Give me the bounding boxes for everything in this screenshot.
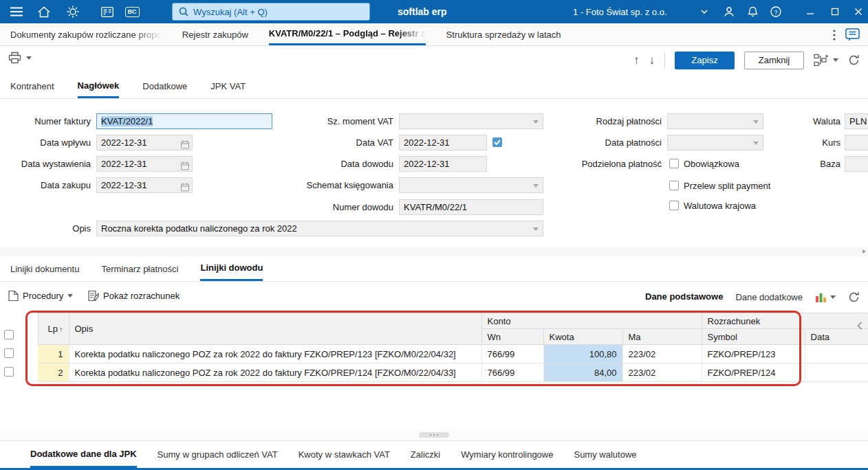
cell-lp[interactable]: 1 <box>38 345 69 363</box>
bc-icon[interactable]: BC <box>122 0 142 23</box>
data-vat-checkbox[interactable] <box>492 137 502 147</box>
column-header-opis[interactable]: Opis <box>69 313 481 345</box>
user-icon[interactable] <box>719 0 739 23</box>
row-checkbox[interactable] <box>4 348 14 358</box>
data-zakupu-field[interactable]: 2022-12-31 <box>96 177 193 193</box>
workflow-settings-button[interactable] <box>814 54 838 67</box>
rodzaj-platnosci-field[interactable] <box>667 113 763 129</box>
tab-kontrahent[interactable]: Kontrahent <box>10 74 54 98</box>
cell-ma[interactable]: 223/02 <box>622 345 702 363</box>
chart-view-button[interactable] <box>815 292 836 302</box>
tab-dane-dodatkowe[interactable]: Dane dodatkowe <box>735 282 803 313</box>
cell-data[interactable] <box>805 345 868 363</box>
cell-wn[interactable]: 766/99 <box>481 345 543 363</box>
column-header-konto[interactable]: Konto <box>481 313 702 329</box>
sz-moment-vat-field[interactable] <box>399 113 543 129</box>
settings-icon[interactable] <box>63 0 83 23</box>
cell-opis[interactable]: Korekta podatku naliczonego POZ za rok 2… <box>69 345 481 363</box>
cell-kwota[interactable]: 84,00 <box>543 363 622 382</box>
row-checkbox[interactable] <box>4 367 14 377</box>
calendar-icon[interactable] <box>181 181 189 193</box>
pokaz-rozrachunek-button[interactable]: Pokaż rozrachunek <box>88 290 180 302</box>
data-platnosci-field[interactable] <box>667 135 763 150</box>
comments-panel-icon[interactable] <box>845 28 860 41</box>
close-document-button[interactable]: Zamknij <box>744 52 804 69</box>
hamburger-menu-icon[interactable] <box>7 0 26 23</box>
documents-icon[interactable] <box>98 0 117 23</box>
tab-dokumenty-zakupow[interactable]: Dokumenty zakupów rozliczane propo <box>10 23 162 45</box>
close-button[interactable] <box>849 0 868 23</box>
company-selector[interactable]: 1 - Foto Świat sp. z o.o. <box>573 0 708 23</box>
cell-wn[interactable]: 766/99 <box>481 363 543 382</box>
tab-terminarz-platnosci[interactable]: Terminarz płatności <box>101 256 178 281</box>
maximize-button[interactable] <box>825 0 845 23</box>
column-header-symbol[interactable]: Symbol <box>702 329 805 345</box>
baza-field[interactable] <box>845 156 868 172</box>
cell-kwota[interactable]: 100,80 <box>543 345 622 363</box>
cell-opis[interactable]: Korekta podatku naliczonego POZ za rok 2… <box>69 363 481 382</box>
refresh-icon[interactable] <box>848 291 860 303</box>
scroll-right-icon[interactable] <box>862 249 866 254</box>
column-header-lp[interactable]: Lp↑ <box>38 313 69 345</box>
print-button[interactable] <box>8 52 32 64</box>
tab-kvatr-podglad[interactable]: KVATR/M0/22/1 – Podgląd – Rejestr z <box>269 23 426 45</box>
column-header-ma[interactable]: Ma <box>622 329 702 345</box>
home-icon[interactable] <box>34 0 54 23</box>
navigate-down-icon[interactable]: ↓ <box>649 54 655 66</box>
data-wystawienia-field[interactable]: 2022-12-31 <box>96 156 193 172</box>
tab-dodatkowe[interactable]: Dodatkowe <box>142 74 187 98</box>
table-row[interactable]: 1 Korekta podatku naliczonego POZ za rok… <box>0 345 868 363</box>
tab-rejestr-zakupow[interactable]: Rejestr zakupów <box>182 23 248 45</box>
tab-wymiary-kontrolingowe[interactable]: Wymiary kontrolingowe <box>461 441 553 468</box>
cell-ma[interactable]: 223/02 <box>622 363 702 382</box>
calendar-icon[interactable] <box>181 160 189 172</box>
collapse-panel-icon[interactable] <box>857 322 862 332</box>
tab-dodatkowe-dane-jpk[interactable]: Dodatkowe dane dla JPK <box>30 441 137 468</box>
data-dowodu-field[interactable]: 2022-12-31 <box>399 156 487 172</box>
save-button[interactable]: Zapisz <box>675 52 735 69</box>
tab-dane-podstawowe[interactable]: Dane podstawowe <box>645 282 723 313</box>
tab-naglowek[interactable]: Nagłówek <box>78 74 120 98</box>
opis-field[interactable]: Roczna korekta podatku naliczonego za ro… <box>96 221 543 236</box>
cell-symbol[interactable]: FZKO/PREP/123 <box>702 345 805 363</box>
column-header-kwota[interactable]: Kwota <box>543 329 622 345</box>
tab-label: Dodatkowe dane dla JPK <box>30 449 137 459</box>
help-icon[interactable]: ? <box>766 0 785 23</box>
kurs-field[interactable] <box>845 135 868 150</box>
tab-struktura-sprzedazy[interactable]: Struktura sprzedaży w latach <box>446 23 561 45</box>
waluta-field[interactable]: PLN <box>845 113 868 129</box>
walutowa-krajowa-checkbox[interactable] <box>669 201 679 210</box>
form-horizontal-scrollbar[interactable] <box>0 247 868 256</box>
tab-sumy-walutowe[interactable]: Sumy walutowe <box>574 441 636 468</box>
numer-faktury-field[interactable]: KVAT/2022/1 <box>96 113 272 129</box>
select-all-checkbox[interactable] <box>4 330 14 339</box>
cell-lp[interactable]: 2 <box>38 363 69 382</box>
notifications-icon[interactable] <box>743 0 762 23</box>
column-header-wn[interactable]: Wn <box>481 329 543 345</box>
table-row[interactable]: 2 Korekta podatku naliczonego POZ za rok… <box>0 363 868 382</box>
cell-symbol[interactable]: FZKO/PREP/124 <box>702 363 805 382</box>
schemat-ksiegowania-field[interactable] <box>399 177 543 193</box>
data-vat-field[interactable]: 2022-12-31 <box>399 135 487 150</box>
data-wplywu-field[interactable]: 2022-12-31 <box>96 135 193 150</box>
navigate-up-icon[interactable]: ↑ <box>633 54 640 66</box>
tab-linijki-dokumentu[interactable]: Linijki dokumentu <box>10 256 79 281</box>
procedury-button[interactable]: Procedury <box>8 290 73 302</box>
cell-data[interactable] <box>805 363 868 382</box>
przelew-split-checkbox[interactable] <box>669 181 679 190</box>
calendar-icon[interactable] <box>181 139 189 150</box>
refresh-icon[interactable] <box>848 54 860 66</box>
column-header-rozrachunek[interactable]: Rozrachunek <box>702 313 868 329</box>
tab-jpk-vat[interactable]: JPK VAT <box>210 74 246 98</box>
more-options-icon[interactable] <box>833 30 836 41</box>
splitter-handle[interactable] <box>419 432 449 438</box>
obowiazkowa-checkbox[interactable] <box>669 159 679 168</box>
tab-sumy-grupy-odliczen[interactable]: Sumy w grupach odliczeń VAT <box>158 441 278 468</box>
tab-linijki-dowodu[interactable]: Linijki dowodu <box>200 256 263 281</box>
tab-zaliczki[interactable]: Zaliczki <box>411 441 440 468</box>
lines-horizontal-scrollbar[interactable] <box>0 429 868 440</box>
minimize-button[interactable] <box>801 0 820 23</box>
global-search-input[interactable]: Wyszukaj (Alt + Q) <box>172 3 370 21</box>
tab-kwoty-stawki-vat[interactable]: Kwoty w stawkach VAT <box>299 441 390 468</box>
numer-dowodu-field[interactable]: KVATR/M0/22/1 <box>399 199 543 215</box>
